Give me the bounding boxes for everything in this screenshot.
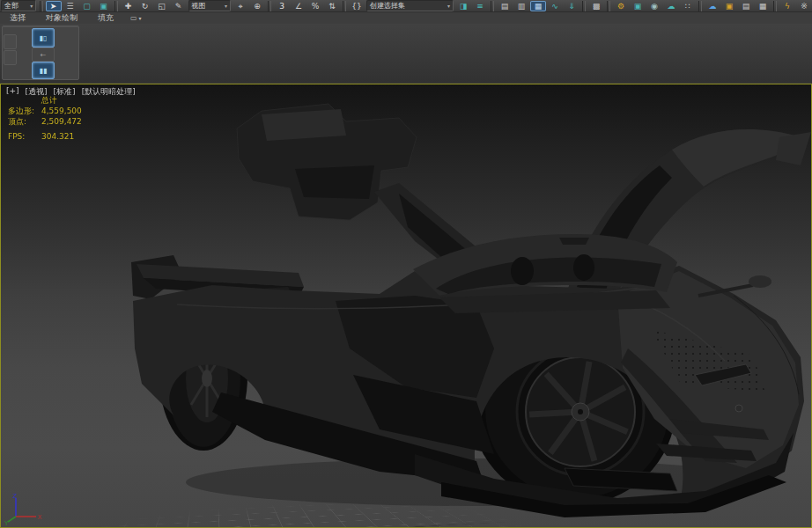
3dsmax-window: 全部 ▾ ➤☰▢▣✚↻◱✎ 视图 ▾ ⌖⊕3∠%⇅{} 创建选择集 ▾ ◨≡▤▥… [0,0,812,528]
ribbon-tabs-run: 选择对象绘制填充 [0,12,123,24]
stats-verts-row: 顶点: 2,509,472 [8,116,82,127]
render-flags-icon[interactable]: ∷ [680,1,696,11]
viewport-shading-menu[interactable]: [默认明暗处理] [82,86,136,98]
percent-snap-icon[interactable]: % [307,1,323,11]
axis-y-label: Y [4,520,9,525]
axis-z-label: Z [12,493,17,500]
select-and-move-icon[interactable]: ✚ [121,1,137,11]
ribbon-tab-populate[interactable]: 填充 [88,12,123,24]
angle-snap-icon[interactable]: ∠ [291,1,306,11]
ribbon-small-button-1[interactable] [4,34,17,49]
chevron-down-icon: ▾ [139,15,142,21]
edit-named-selection-sets-icon[interactable]: {} [349,1,365,11]
chevron-down-icon: ▾ [27,1,33,11]
toolbar-separator [343,1,346,11]
viewport-statistics: 总计 多边形: 4,559,500 顶点: 2,509,472 FPS: 304… [8,95,82,142]
select-and-manipulate-icon[interactable]: ⊕ [249,1,265,11]
toolbar-separator [268,1,271,11]
stats-total-label: 总计 [8,95,82,106]
ribbon-small-button-2[interactable] [4,50,17,65]
selection-filter-value: 全部 [4,1,18,11]
select-and-scale-icon[interactable]: ◱ [154,1,170,11]
ribbon-tab-bar: 选择对象绘制填充 ▭ ▾ [0,12,812,25]
material-editor-icon[interactable]: ▩ [588,1,604,11]
toolbar-separator [773,1,777,11]
front-emblem [735,405,742,412]
toolbar-separator [114,1,118,11]
property-sheet-icon[interactable]: ▦ [755,1,771,11]
main-toolbar: 全部 ▾ ➤☰▢▣✚↻◱✎ 视图 ▾ ⌖⊕3∠%⇅{} 创建选择集 ▾ ◨≡▤▥… [0,0,812,12]
perspective-viewport[interactable]: [+] [透视] [标准] [默认明暗处理] 总计 多边形: 4,559,500… [0,84,812,528]
chevron-down-icon: ▾ [222,1,227,11]
select-object-icon[interactable]: ➤ [46,1,62,11]
keyboard-shortcut-icon[interactable]: ϟ [779,1,795,11]
stats-fps-row: FPS: 304.321 [8,131,82,142]
render-gallery-icon[interactable]: ▣ [721,1,737,11]
selection-filter-dropdown[interactable]: 全部 ▾ [1,0,36,11]
render-setup-icon[interactable]: ⚙ [613,1,629,11]
toolbar-separator [491,1,494,11]
ribbon-body: ▮▯←▮▮ [0,24,812,83]
scene-states-icon[interactable]: ▤ [738,1,754,11]
named-selection-sets-dropdown[interactable]: 创建选择集 ▾ [366,0,454,11]
stats-polys-value: 4,559,500 [41,106,82,116]
toolbar-run-snaps: ⌖⊕3∠%⇅{} [233,1,365,11]
named-selection-sets-value: 创建选择集 [370,1,405,11]
stats-polys-row: 多边形: 4,559,500 [8,106,82,116]
spinner-snap-icon[interactable]: ⇅ [324,1,340,11]
mirror-icon[interactable]: ◨ [455,1,471,11]
ribbon-tab-object-paint[interactable]: 对象绘制 [36,12,87,24]
toolbar-separator [582,1,586,11]
ribbon-tab-selection[interactable]: 选择 [0,12,35,24]
seat-right [573,254,594,281]
stats-fps-value: 304.321 [41,131,74,142]
rect-selection-region-icon[interactable]: ▢ [79,1,95,11]
select-by-name-icon[interactable]: ☰ [63,1,78,11]
render-in-cloud-icon[interactable]: ☁ [705,1,720,11]
render-production-icon[interactable]: ◉ [646,1,662,11]
hypercar-model[interactable] [1,84,812,528]
chevron-down-icon: ▾ [445,1,450,11]
stats-verts-value: 2,509,472 [41,116,82,127]
activeshade-icon[interactable]: ☁ [663,1,679,11]
toolbar-separator [40,1,42,11]
snap-toggle-3d-icon[interactable]: 3 [274,1,290,11]
use-pivot-center-icon[interactable]: ⌖ [233,1,248,11]
toolbar-run-render: ◨≡▤▥▦∿⇓▩⚙▣◉☁∷☁▣▤▦ϟ※ [455,1,812,11]
window-crossing-icon[interactable]: ▣ [96,1,112,11]
curve-editor-icon[interactable]: ∿ [547,1,563,11]
motion-tool-icon[interactable]: ※ [796,1,812,11]
ribbon-minimize-icon: ▭ [130,14,137,22]
ribbon-toggle-icon[interactable]: ▦ [530,1,546,11]
world-axis-gizmo: Z X Y [4,492,45,525]
axis-x-label: X [38,514,42,521]
align-icon[interactable]: ≡ [472,1,488,11]
toolbar-separator [607,1,610,11]
ribbon-sets-button[interactable]: ▮▮ [32,62,55,79]
rendered-frame-window-icon[interactable]: ▣ [630,1,646,11]
seat-left [511,257,534,285]
ribbon-minimize-button[interactable]: ▭ ▾ [130,14,142,22]
ribbon-selection-panel: ▮▯←▮▮ [2,26,79,80]
select-and-place-icon[interactable]: ✎ [171,1,187,11]
toolbar-separator [698,1,702,11]
schematic-view-icon[interactable]: ⇓ [564,1,579,11]
ribbon-arrow-button[interactable]: ← [32,48,55,62]
ribbon-paint-select-button[interactable]: ▮▯ [32,28,55,48]
scene-explorer-icon[interactable]: ▤ [497,1,513,11]
select-and-rotate-icon[interactable]: ↻ [137,1,153,11]
layer-explorer-icon[interactable]: ▥ [513,1,529,11]
reference-coordinate-dropdown[interactable]: 视图 ▾ [188,0,232,11]
reference-coordinate-value: 视图 [192,1,206,11]
toolbar-run-select: ➤☰▢▣✚↻◱✎ [46,1,187,11]
